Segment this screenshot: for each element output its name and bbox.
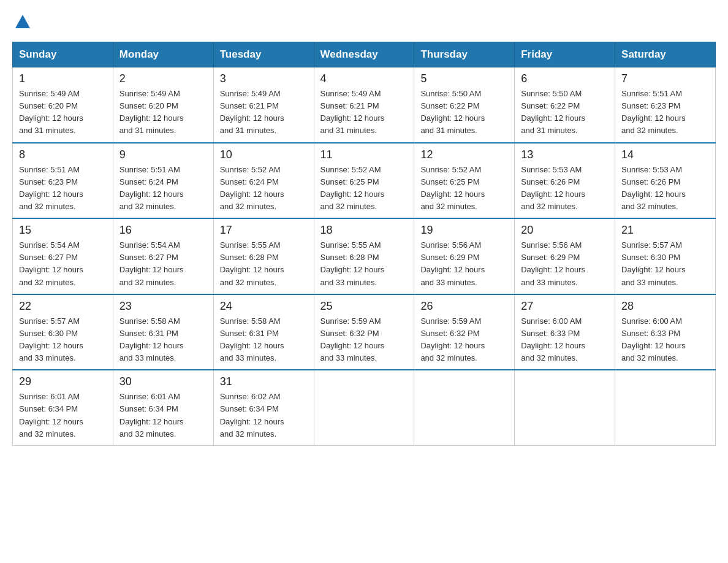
day-info: Sunrise: 5:56 AMSunset: 6:29 PMDaylight:… <box>521 240 585 286</box>
day-number: 6 <box>521 72 609 85</box>
calendar-cell: 26 Sunrise: 5:59 AMSunset: 6:32 PMDaylig… <box>414 294 515 370</box>
day-info: Sunrise: 6:01 AMSunset: 6:34 PMDaylight:… <box>119 392 184 438</box>
calendar-cell: 10 Sunrise: 5:52 AMSunset: 6:24 PMDaylig… <box>213 143 314 219</box>
svg-marker-0 <box>15 15 30 28</box>
calendar-cell: 6 Sunrise: 5:50 AMSunset: 6:22 PMDayligh… <box>515 67 615 143</box>
calendar-cell: 7 Sunrise: 5:51 AMSunset: 6:23 PMDayligh… <box>615 67 716 143</box>
calendar-cell: 24 Sunrise: 5:58 AMSunset: 6:31 PMDaylig… <box>213 294 314 370</box>
calendar-cell: 29 Sunrise: 6:01 AMSunset: 6:34 PMDaylig… <box>13 370 113 445</box>
weekday-header-thursday: Thursday <box>414 42 515 67</box>
calendar-cell: 20 Sunrise: 5:56 AMSunset: 6:29 PMDaylig… <box>515 218 615 294</box>
day-info: Sunrise: 5:49 AMSunset: 6:20 PMDaylight:… <box>19 89 83 135</box>
day-info: Sunrise: 5:54 AMSunset: 6:27 PMDaylight:… <box>119 240 184 286</box>
calendar-cell: 5 Sunrise: 5:50 AMSunset: 6:22 PMDayligh… <box>414 67 515 143</box>
day-info: Sunrise: 5:53 AMSunset: 6:26 PMDaylight:… <box>521 165 585 211</box>
day-number: 29 <box>19 375 107 388</box>
day-info: Sunrise: 6:02 AMSunset: 6:34 PMDaylight:… <box>220 392 284 438</box>
calendar-cell <box>314 370 414 445</box>
day-number: 4 <box>320 72 408 85</box>
calendar-cell: 3 Sunrise: 5:49 AMSunset: 6:21 PMDayligh… <box>213 67 314 143</box>
day-info: Sunrise: 5:54 AMSunset: 6:27 PMDaylight:… <box>19 240 83 286</box>
day-number: 31 <box>220 375 308 388</box>
calendar-cell: 15 Sunrise: 5:54 AMSunset: 6:27 PMDaylig… <box>13 218 113 294</box>
weekday-header-wednesday: Wednesday <box>314 42 414 67</box>
weekday-header-row: SundayMondayTuesdayWednesdayThursdayFrid… <box>13 42 716 67</box>
calendar-cell: 9 Sunrise: 5:51 AMSunset: 6:24 PMDayligh… <box>113 143 213 219</box>
calendar-cell: 14 Sunrise: 5:53 AMSunset: 6:26 PMDaylig… <box>615 143 716 219</box>
weekday-header-friday: Friday <box>515 42 615 67</box>
calendar-cell: 21 Sunrise: 5:57 AMSunset: 6:30 PMDaylig… <box>615 218 716 294</box>
day-info: Sunrise: 5:58 AMSunset: 6:31 PMDaylight:… <box>220 316 284 362</box>
day-number: 14 <box>621 148 709 161</box>
calendar-cell: 25 Sunrise: 5:59 AMSunset: 6:32 PMDaylig… <box>314 294 414 370</box>
weekday-header-sunday: Sunday <box>13 42 113 67</box>
day-info: Sunrise: 5:49 AMSunset: 6:21 PMDaylight:… <box>320 89 385 135</box>
day-number: 17 <box>220 224 308 237</box>
day-number: 15 <box>19 224 107 237</box>
day-info: Sunrise: 5:57 AMSunset: 6:30 PMDaylight:… <box>19 316 83 362</box>
day-info: Sunrise: 5:55 AMSunset: 6:28 PMDaylight:… <box>220 240 284 286</box>
calendar-cell: 12 Sunrise: 5:52 AMSunset: 6:25 PMDaylig… <box>414 143 515 219</box>
day-info: Sunrise: 5:50 AMSunset: 6:22 PMDaylight:… <box>420 89 485 135</box>
calendar-cell: 18 Sunrise: 5:55 AMSunset: 6:28 PMDaylig… <box>314 218 414 294</box>
calendar-cell: 17 Sunrise: 5:55 AMSunset: 6:28 PMDaylig… <box>213 218 314 294</box>
day-number: 23 <box>119 300 207 313</box>
logo-icon <box>14 13 31 31</box>
day-number: 19 <box>420 224 508 237</box>
header <box>12 12 716 31</box>
day-number: 27 <box>521 300 609 313</box>
calendar-cell: 28 Sunrise: 6:00 AMSunset: 6:33 PMDaylig… <box>615 294 716 370</box>
calendar-cell <box>414 370 515 445</box>
day-number: 1 <box>19 72 107 85</box>
day-info: Sunrise: 5:55 AMSunset: 6:28 PMDaylight:… <box>320 240 385 286</box>
calendar-cell <box>615 370 716 445</box>
day-info: Sunrise: 5:58 AMSunset: 6:31 PMDaylight:… <box>119 316 184 362</box>
day-number: 8 <box>19 148 107 161</box>
day-number: 2 <box>119 72 207 85</box>
day-info: Sunrise: 5:51 AMSunset: 6:24 PMDaylight:… <box>119 165 184 211</box>
calendar-cell: 27 Sunrise: 6:00 AMSunset: 6:33 PMDaylig… <box>515 294 615 370</box>
day-number: 24 <box>220 300 308 313</box>
day-number: 3 <box>220 72 308 85</box>
day-info: Sunrise: 5:52 AMSunset: 6:24 PMDaylight:… <box>220 165 284 211</box>
calendar-cell: 4 Sunrise: 5:49 AMSunset: 6:21 PMDayligh… <box>314 67 414 143</box>
calendar-week-row: 29 Sunrise: 6:01 AMSunset: 6:34 PMDaylig… <box>13 370 716 445</box>
day-info: Sunrise: 5:59 AMSunset: 6:32 PMDaylight:… <box>420 316 485 362</box>
day-number: 13 <box>521 148 609 161</box>
day-info: Sunrise: 6:00 AMSunset: 6:33 PMDaylight:… <box>521 316 585 362</box>
calendar-week-row: 1 Sunrise: 5:49 AMSunset: 6:20 PMDayligh… <box>13 67 716 143</box>
calendar-cell: 13 Sunrise: 5:53 AMSunset: 6:26 PMDaylig… <box>515 143 615 219</box>
day-number: 18 <box>320 224 408 237</box>
day-number: 26 <box>420 300 508 313</box>
day-info: Sunrise: 5:49 AMSunset: 6:20 PMDaylight:… <box>119 89 184 135</box>
day-info: Sunrise: 5:52 AMSunset: 6:25 PMDaylight:… <box>320 165 385 211</box>
calendar-week-row: 22 Sunrise: 5:57 AMSunset: 6:30 PMDaylig… <box>13 294 716 370</box>
calendar-cell: 8 Sunrise: 5:51 AMSunset: 6:23 PMDayligh… <box>13 143 113 219</box>
weekday-header-monday: Monday <box>113 42 213 67</box>
calendar-cell: 11 Sunrise: 5:52 AMSunset: 6:25 PMDaylig… <box>314 143 414 219</box>
weekday-header-saturday: Saturday <box>615 42 716 67</box>
calendar-cell: 23 Sunrise: 5:58 AMSunset: 6:31 PMDaylig… <box>113 294 213 370</box>
day-number: 22 <box>19 300 107 313</box>
calendar-cell: 2 Sunrise: 5:49 AMSunset: 6:20 PMDayligh… <box>113 67 213 143</box>
day-number: 11 <box>320 148 408 161</box>
logo <box>12 17 31 31</box>
day-info: Sunrise: 6:00 AMSunset: 6:33 PMDaylight:… <box>621 316 686 362</box>
day-info: Sunrise: 5:49 AMSunset: 6:21 PMDaylight:… <box>220 89 284 135</box>
calendar-week-row: 15 Sunrise: 5:54 AMSunset: 6:27 PMDaylig… <box>13 218 716 294</box>
day-info: Sunrise: 6:01 AMSunset: 6:34 PMDaylight:… <box>19 392 83 438</box>
calendar-cell: 30 Sunrise: 6:01 AMSunset: 6:34 PMDaylig… <box>113 370 213 445</box>
day-number: 25 <box>320 300 408 313</box>
day-info: Sunrise: 5:50 AMSunset: 6:22 PMDaylight:… <box>521 89 585 135</box>
weekday-header-tuesday: Tuesday <box>213 42 314 67</box>
day-number: 5 <box>420 72 508 85</box>
calendar-cell: 19 Sunrise: 5:56 AMSunset: 6:29 PMDaylig… <box>414 218 515 294</box>
day-info: Sunrise: 5:56 AMSunset: 6:29 PMDaylight:… <box>420 240 485 286</box>
day-info: Sunrise: 5:51 AMSunset: 6:23 PMDaylight:… <box>621 89 686 135</box>
day-number: 28 <box>621 300 709 313</box>
day-number: 12 <box>420 148 508 161</box>
day-info: Sunrise: 5:59 AMSunset: 6:32 PMDaylight:… <box>320 316 385 362</box>
day-number: 30 <box>119 375 207 388</box>
calendar-cell: 1 Sunrise: 5:49 AMSunset: 6:20 PMDayligh… <box>13 67 113 143</box>
calendar-cell: 22 Sunrise: 5:57 AMSunset: 6:30 PMDaylig… <box>13 294 113 370</box>
